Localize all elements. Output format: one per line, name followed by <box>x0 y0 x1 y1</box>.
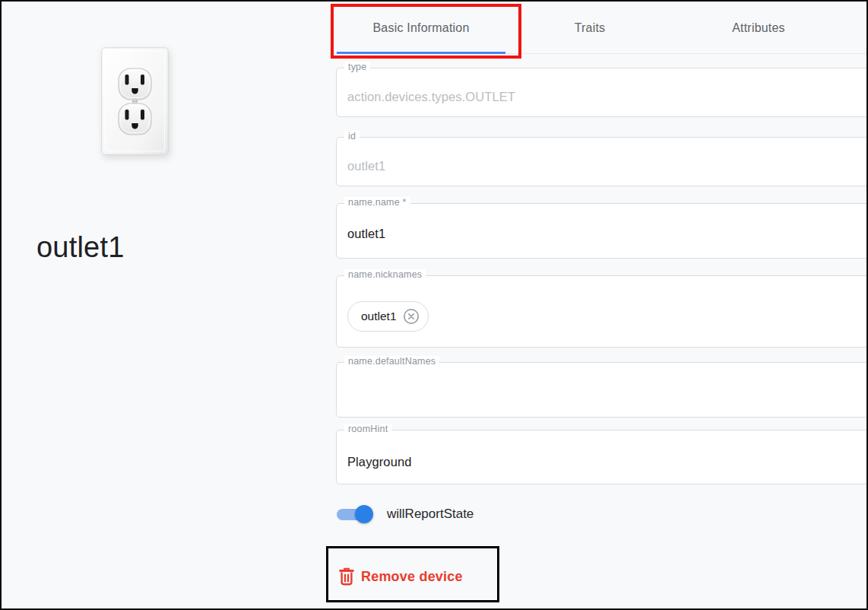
device-detail-panel: Basic Information Traits Attributes type… <box>328 2 868 610</box>
name-defaultnames-input[interactable]: name.defaultNames <box>336 362 868 418</box>
type-field-label: type <box>344 62 370 72</box>
toggle-thumb <box>355 505 373 523</box>
nickname-chip: outlet1 <box>347 301 429 332</box>
outlet-photo <box>101 47 169 155</box>
circle-x-icon[interactable] <box>402 307 420 326</box>
id-field: id outlet1 <box>336 137 868 186</box>
active-tab-underline <box>337 52 505 54</box>
willreportstate-label: willReportState <box>387 507 474 522</box>
willreportstate-row: willReportState <box>336 503 474 526</box>
roomhint-input[interactable]: roomHint Playground <box>336 430 868 485</box>
nickname-chip-label: outlet1 <box>361 310 397 323</box>
remove-device-button[interactable]: Remove device <box>339 567 463 586</box>
device-name: outlet1 <box>36 231 125 264</box>
id-field-value: outlet1 <box>347 159 385 173</box>
remove-device-label: Remove device <box>361 569 463 585</box>
tab-basic-information-label: Basic Information <box>372 21 469 35</box>
name-name-input[interactable]: name.name * outlet1 <box>336 203 868 259</box>
willreportstate-toggle[interactable] <box>336 503 374 526</box>
tab-attributes-label: Attributes <box>732 21 785 35</box>
name-name-value: outlet1 <box>347 227 385 241</box>
annotation-black-box: Remove device <box>326 546 499 602</box>
roomhint-value: Playground <box>347 455 411 469</box>
type-field: type action.devices.types.OUTLET <box>336 68 868 117</box>
tab-basic-information[interactable]: Basic Information <box>337 2 505 54</box>
tab-attributes[interactable]: Attributes <box>674 2 843 54</box>
basic-information-form: type action.devices.types.OUTLET id outl… <box>336 68 868 485</box>
id-field-label: id <box>344 131 360 141</box>
name-name-label: name.name * <box>344 197 410 208</box>
name-defaultnames-label: name.defaultNames <box>344 356 439 367</box>
roomhint-label: roomHint <box>344 424 391 434</box>
tab-traits[interactable]: Traits <box>505 2 674 54</box>
name-nicknames-input[interactable]: name.nicknames outlet1 <box>336 275 868 348</box>
tab-bar: Basic Information Traits Attributes <box>328 2 868 54</box>
type-field-value: action.devices.types.OUTLET <box>347 90 515 104</box>
name-nicknames-label: name.nicknames <box>344 269 426 280</box>
trash-icon <box>339 567 354 586</box>
device-detail-page: outlet1 Basic Information Traits Attribu… <box>0 0 868 610</box>
tab-traits-label: Traits <box>575 21 606 35</box>
